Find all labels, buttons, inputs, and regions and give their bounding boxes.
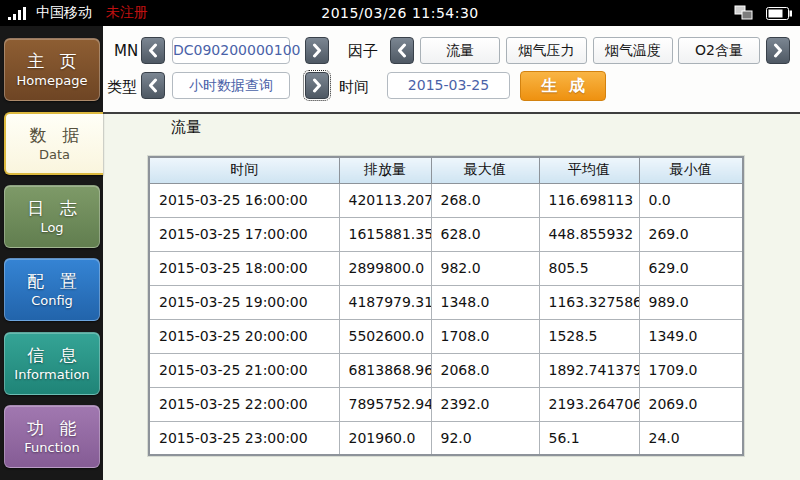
table-cell: 2015-03-25 22:00:00 bbox=[149, 387, 339, 421]
column-header-min: 最小值 bbox=[639, 157, 743, 183]
table-cell: 24.0 bbox=[639, 421, 743, 455]
column-header-time: 时间 bbox=[149, 157, 339, 183]
table-row[interactable]: 2015-03-25 19:00:004187979.3103···1348.0… bbox=[149, 285, 743, 319]
table-row[interactable]: 2015-03-25 18:00:002899800.0982.0805.562… bbox=[149, 251, 743, 285]
table-cell: 1708.0 bbox=[431, 319, 539, 353]
table-cell: 1615881.3559··· bbox=[339, 217, 431, 251]
table-row[interactable]: 2015-03-25 21:00:006813868.9655···2068.0… bbox=[149, 353, 743, 387]
table-cell: 448.855932 bbox=[539, 217, 639, 251]
table-cell: 1348.0 bbox=[431, 285, 539, 319]
factor-label: 因子 bbox=[348, 42, 378, 61]
table-cell: 268.0 bbox=[431, 183, 539, 217]
table-row[interactable]: 2015-03-25 23:00:00201960.092.056.124.0 bbox=[149, 421, 743, 455]
status-bar: 中国移动 未注册 2015/03/26 11:54:30 bbox=[0, 0, 800, 26]
table-cell: 2193.264706 bbox=[539, 387, 639, 421]
chevron-right-icon bbox=[312, 78, 322, 93]
type-field[interactable]: 小时数据查询 bbox=[172, 72, 290, 99]
table-cell: 201960.0 bbox=[339, 421, 431, 455]
table-title: 流量 bbox=[171, 118, 201, 137]
network-status-icon bbox=[734, 5, 754, 21]
sidebar-item-information[interactable]: 信 息 Information bbox=[4, 332, 100, 395]
chevron-left-icon bbox=[148, 78, 158, 93]
table-row[interactable]: 2015-03-25 17:00:001615881.3559···628.04… bbox=[149, 217, 743, 251]
table-cell: 989.0 bbox=[639, 285, 743, 319]
sidebar-item-label-en: Function bbox=[24, 439, 79, 456]
table-cell: 2068.0 bbox=[431, 353, 539, 387]
type-label: 类型 bbox=[107, 78, 137, 97]
sidebar-item-config[interactable]: 配 置 Config bbox=[4, 258, 100, 321]
table-cell: 2069.0 bbox=[639, 387, 743, 421]
column-header-emission: 排放量 bbox=[339, 157, 431, 183]
chevron-right-icon bbox=[773, 43, 783, 58]
table-cell: 1709.0 bbox=[639, 353, 743, 387]
sidebar-item-function[interactable]: 功 能 Function bbox=[4, 405, 100, 468]
table-cell: 1349.0 bbox=[639, 319, 743, 353]
sidebar-item-label-zh: 日 志 bbox=[27, 197, 76, 219]
mn-field[interactable]: DC090200000100 bbox=[172, 37, 290, 64]
table-cell: 2015-03-25 23:00:00 bbox=[149, 421, 339, 455]
table-cell: 420113.207547 bbox=[339, 183, 431, 217]
chevron-left-icon bbox=[148, 43, 158, 58]
column-header-max: 最大值 bbox=[431, 157, 539, 183]
factor-next-button[interactable] bbox=[766, 37, 790, 64]
status-clock: 2015/03/26 11:54:30 bbox=[0, 5, 800, 21]
mn-prev-button[interactable] bbox=[141, 37, 165, 64]
sidebar-item-homepage[interactable]: 主 页 Homepage bbox=[4, 38, 100, 101]
type-prev-button[interactable] bbox=[141, 72, 165, 99]
table-cell: 2015-03-25 17:00:00 bbox=[149, 217, 339, 251]
sidebar-item-label-zh: 功 能 bbox=[27, 417, 76, 439]
table-cell: 2015-03-25 21:00:00 bbox=[149, 353, 339, 387]
panel-divider bbox=[103, 112, 800, 114]
table-cell: 4187979.3103··· bbox=[339, 285, 431, 319]
table-cell: 1528.5 bbox=[539, 319, 639, 353]
sidebar-item-label-zh: 主 页 bbox=[27, 50, 76, 72]
sidebar-item-label-en: Homepage bbox=[17, 72, 88, 89]
sidebar-item-label-zh: 配 置 bbox=[27, 270, 76, 292]
table-cell: 628.0 bbox=[431, 217, 539, 251]
factor-button-gas-temperature[interactable]: 烟气温度 bbox=[593, 37, 673, 64]
chevron-left-icon bbox=[397, 43, 407, 58]
sidebar-item-label-zh: 数 据 bbox=[30, 124, 79, 146]
generate-button[interactable]: 生 成 bbox=[520, 71, 606, 101]
mn-label: MN bbox=[114, 42, 138, 60]
table-cell: 629.0 bbox=[639, 251, 743, 285]
sidebar-item-label-en: Information bbox=[14, 366, 89, 383]
table-cell: 269.0 bbox=[639, 217, 743, 251]
table-cell: 2015-03-25 19:00:00 bbox=[149, 285, 339, 319]
sidebar-item-label-en: Config bbox=[31, 292, 73, 309]
factor-button-gas-pressure[interactable]: 烟气压力 bbox=[506, 37, 587, 64]
table-cell: 0.0 bbox=[639, 183, 743, 217]
sidebar-item-log[interactable]: 日 志 Log bbox=[4, 185, 100, 248]
table-cell: 92.0 bbox=[431, 421, 539, 455]
table-cell: 1163.327586 bbox=[539, 285, 639, 319]
column-header-avg: 平均值 bbox=[539, 157, 639, 183]
table-cell: 116.698113 bbox=[539, 183, 639, 217]
battery-icon bbox=[766, 7, 792, 20]
factor-button-o2-content[interactable]: O2含量 bbox=[678, 37, 760, 64]
mn-next-button[interactable] bbox=[305, 37, 329, 64]
table-header-row: 时间 排放量 最大值 平均值 最小值 bbox=[149, 157, 743, 183]
table-cell: 805.5 bbox=[539, 251, 639, 285]
table-cell: 2015-03-25 16:00:00 bbox=[149, 183, 339, 217]
table-cell: 2015-03-25 20:00:00 bbox=[149, 319, 339, 353]
table-cell: 1892.741379 bbox=[539, 353, 639, 387]
table-cell: 2899800.0 bbox=[339, 251, 431, 285]
factor-prev-button[interactable] bbox=[390, 37, 414, 64]
sidebar-nav: 主 页 Homepage 数 据 Data 日 志 Log 配 置 Config… bbox=[0, 26, 103, 480]
table-row[interactable]: 2015-03-25 20:00:005502600.01708.01528.5… bbox=[149, 319, 743, 353]
table-cell: 7895752.9411··· bbox=[339, 387, 431, 421]
table-cell: 982.0 bbox=[431, 251, 539, 285]
sidebar-item-label-en: Data bbox=[39, 146, 70, 163]
table-row[interactable]: 2015-03-25 22:00:007895752.9411···2392.0… bbox=[149, 387, 743, 421]
table-cell: 2015-03-25 18:00:00 bbox=[149, 251, 339, 285]
sidebar-item-data-active[interactable]: 数 据 Data bbox=[4, 112, 103, 175]
time-field[interactable]: 2015-03-25 bbox=[387, 72, 510, 99]
table-cell: 56.1 bbox=[539, 421, 639, 455]
chevron-right-icon bbox=[312, 43, 322, 58]
table-row[interactable]: 2015-03-25 16:00:00420113.207547268.0116… bbox=[149, 183, 743, 217]
sidebar-item-label-en: Log bbox=[40, 219, 63, 236]
time-label: 时间 bbox=[339, 78, 369, 97]
data-table: 时间 排放量 最大值 平均值 最小值 2015-03-25 16:00:0042… bbox=[148, 156, 744, 456]
type-next-button[interactable] bbox=[305, 72, 329, 99]
factor-button-flow[interactable]: 流量 bbox=[420, 37, 500, 64]
